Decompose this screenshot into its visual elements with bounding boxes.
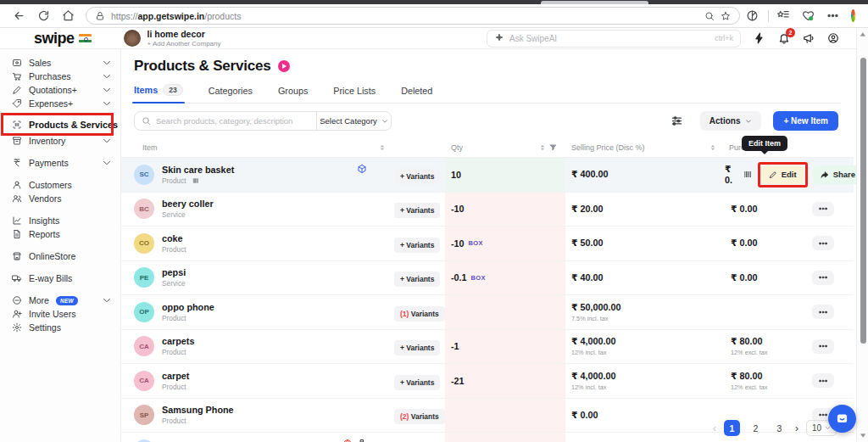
variants-button[interactable]: + Variants: [394, 169, 440, 184]
company-avatar[interactable]: [124, 30, 141, 47]
chat-support-button[interactable]: [828, 405, 856, 433]
favorite-icon[interactable]: [721, 11, 731, 21]
address-bar[interactable]: https://app.getswipe.in/products: [86, 7, 740, 25]
sidebar-item-e-way-bills[interactable]: E-way Bills: [0, 271, 120, 285]
browser-essentials-icon[interactable]: [802, 9, 815, 22]
announcements-icon[interactable]: [803, 32, 815, 44]
settings-icon: [12, 322, 22, 333]
tab-deleted[interactable]: Deleted: [401, 86, 432, 103]
column-settings-icon[interactable]: [670, 115, 683, 127]
swipe-logo[interactable]: swipe: [34, 30, 75, 48]
page-button-2[interactable]: 2: [748, 420, 764, 436]
edit-button[interactable]: Edit: [761, 165, 804, 184]
sparkle-icon: [494, 33, 504, 43]
tab-groups[interactable]: Groups: [278, 86, 308, 103]
qty-cell: -21: [445, 364, 565, 398]
dots-icon: [818, 410, 828, 420]
sidebar-item-more[interactable]: MoreNEW: [0, 294, 120, 307]
col-selling: Selling Price (Disc %): [571, 143, 645, 152]
sidebar-item-insights[interactable]: Insights: [0, 214, 120, 227]
row-menu-button[interactable]: [812, 271, 834, 285]
table-row[interactable]: SC Skin care basketProduct + Variants 10…: [121, 158, 854, 193]
scrollbar-thumb[interactable]: [860, 58, 866, 344]
tab-price-lists[interactable]: Price Lists: [333, 86, 376, 103]
new-item-button[interactable]: + New Item: [773, 111, 838, 131]
scrollbar[interactable]: [856, 28, 868, 442]
sidebar-item-onlinestore[interactable]: OnlineStore: [0, 249, 120, 263]
variants-button[interactable]: + Variants: [394, 271, 440, 287]
home-icon[interactable]: [62, 9, 75, 22]
sidebar-item-purchases[interactable]: Purchases: [0, 70, 120, 83]
quick-actions-icon[interactable]: [754, 32, 765, 44]
tab-items[interactable]: Items23: [134, 84, 183, 103]
product-search-input[interactable]: [156, 116, 309, 126]
sidebar-item-settings[interactable]: Settings: [0, 321, 120, 334]
tutorial-play-icon[interactable]: [278, 60, 290, 72]
table-row[interactable]: BC beery collerService + Variants -10 ₹ …: [121, 193, 854, 227]
add-company-link[interactable]: + Add Another Company: [147, 41, 221, 48]
selling-price-cell: ₹ 4,000.00 12% incl. tax: [565, 336, 725, 356]
back-icon[interactable]: [13, 9, 25, 22]
table-row[interactable]: OP oppo phoneProduct (1) Variants ₹ 50,0…: [121, 295, 854, 330]
row-menu-button[interactable]: [812, 236, 834, 250]
table-row[interactable]: PE pepsiService + Variants -0.1 BOX ₹ 40…: [121, 261, 854, 296]
page-button-1[interactable]: 1: [724, 420, 740, 436]
variants-button[interactable]: + Variants: [394, 340, 440, 355]
qty-value: -10: [451, 204, 465, 214]
sort-icon[interactable]: [379, 143, 386, 152]
variants-button[interactable]: (1) Variants: [394, 306, 445, 322]
scroll-down-icon[interactable]: [860, 432, 866, 439]
sidebar-item-expenses[interactable]: Expenses+: [0, 97, 120, 110]
variants-button[interactable]: + Variants: [394, 203, 440, 218]
search-in-address-icon[interactable]: [704, 11, 715, 21]
ask-swipeai-input[interactable]: [509, 34, 709, 43]
collections-icon[interactable]: [777, 9, 790, 22]
table-row[interactable]: CA carpetsProduct + Variants -1 ₹ 4,000.…: [121, 330, 854, 365]
selling-tax-note: 12% incl. tax: [571, 349, 725, 356]
sort-icon[interactable]: [709, 143, 716, 152]
row-menu-button[interactable]: [812, 339, 834, 354]
sidebar-item-invite-users[interactable]: Invite Users: [0, 307, 120, 321]
browser-menu-icon[interactable]: [826, 9, 839, 22]
row-menu-button[interactable]: [812, 373, 834, 388]
eway-icon: [12, 273, 22, 283]
actions-button[interactable]: Actions: [700, 111, 762, 131]
sidebar-item-products-services[interactable]: Products & Services: [0, 116, 120, 133]
copilot-icon[interactable]: [851, 9, 855, 22]
item-cell: PE pepsiService: [121, 261, 394, 295]
sidebar-item-sales[interactable]: Sales: [0, 56, 120, 70]
row-menu-button[interactable]: [812, 305, 834, 319]
company-switcher[interactable]: li home decor + Add Another Company: [147, 30, 221, 48]
lock-icon[interactable]: [95, 11, 105, 21]
qty-cell: 10: [445, 158, 565, 192]
table-row[interactable]: CA carpetProduct + Variants -21 ₹ 4,000.…: [121, 364, 854, 399]
reload-icon[interactable]: [37, 9, 50, 22]
sort-icon[interactable]: [539, 143, 546, 152]
table-row[interactable]: CO cokeProduct + Variants -10 BOX ₹ 50.0…: [121, 227, 854, 261]
product-search[interactable]: [135, 112, 316, 130]
profile-icon[interactable]: [827, 32, 839, 44]
annotation-box-edit: Edit: [758, 162, 808, 187]
scroll-up-icon[interactable]: [860, 31, 866, 38]
filter-icon[interactable]: [549, 143, 557, 151]
page-button-3[interactable]: 3: [771, 420, 787, 436]
next-page-button[interactable]: ›: [795, 422, 798, 434]
item-type: Service: [162, 210, 186, 219]
inventory-icon: [12, 136, 22, 146]
variants-button[interactable]: + Variants: [394, 375, 440, 390]
tab-categories[interactable]: Categories: [209, 86, 253, 103]
sidebar-item-inventory[interactable]: Inventory: [0, 134, 120, 148]
sidebar-item-quotations[interactable]: Quotations+: [0, 83, 120, 97]
notifications-icon[interactable]: 2: [778, 32, 790, 44]
ask-swipeai-search[interactable]: ctrl+k: [487, 30, 741, 48]
category-select[interactable]: Select Category: [316, 112, 391, 130]
variants-button[interactable]: + Variants: [394, 238, 440, 253]
browser-tools-icon[interactable]: [746, 9, 759, 22]
variants-button[interactable]: (2) Variants: [394, 409, 445, 424]
sidebar-item-reports[interactable]: Reports: [0, 227, 120, 241]
row-menu-button[interactable]: [812, 202, 834, 216]
sidebar-item-customers[interactable]: Customers: [0, 178, 120, 192]
sidebar-item-payments[interactable]: Payments: [0, 156, 120, 170]
prev-page-button[interactable]: ‹: [713, 422, 716, 434]
sidebar-item-vendors[interactable]: Vendors: [0, 192, 120, 205]
